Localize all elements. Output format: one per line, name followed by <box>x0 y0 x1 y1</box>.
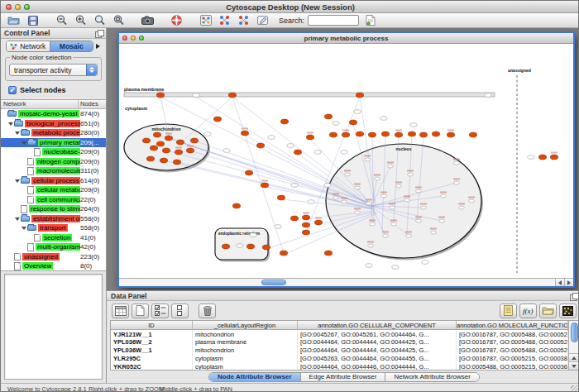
network-node[interactable] <box>333 196 339 199</box>
matrix-icon[interactable] <box>559 304 577 318</box>
table-row[interactable]: YJR121W__1mitochondrion[GO:0045267, GO:0… <box>111 330 568 338</box>
network-node-selected[interactable] <box>324 114 332 119</box>
horizontal-scrollbar[interactable] <box>119 278 573 286</box>
tree-row[interactable]: primary metabol209(... <box>1 138 106 148</box>
network-node[interactable] <box>391 222 397 226</box>
network-node[interactable] <box>454 161 460 165</box>
disclosure-triangle-icon[interactable] <box>8 121 14 127</box>
network-node-selected[interactable] <box>356 131 363 136</box>
network-node[interactable] <box>416 189 422 193</box>
table-row[interactable]: YPL036W__2plasma membrane[GO:0044464, GO… <box>111 338 568 347</box>
network-node[interactable] <box>204 132 211 136</box>
zoom-selected-icon[interactable] <box>92 14 108 26</box>
birdseye-view[interactable] <box>4 274 103 380</box>
open-icon[interactable] <box>6 14 22 26</box>
network-node[interactable] <box>308 200 314 204</box>
network-node-selected[interactable] <box>368 132 376 137</box>
network-node-selected[interactable] <box>395 132 402 137</box>
network-node-selected[interactable] <box>342 132 349 137</box>
network-node-selected[interactable] <box>222 244 229 249</box>
network-node-selected[interactable] <box>324 251 332 256</box>
table-row[interactable]: YKR052Ccytoplasm[GO:0044464, GO:0044446,… <box>111 362 568 370</box>
network-node[interactable] <box>381 194 387 198</box>
import-document-icon[interactable] <box>362 14 378 26</box>
network-node-selected[interactable] <box>447 132 454 137</box>
table-row[interactable]: YLR295Ccytoplasm[GO:0045263, GO:0044464,… <box>111 354 568 362</box>
select-attributes-icon[interactable] <box>151 304 169 318</box>
network-node[interactable] <box>439 219 445 222</box>
vscrollbar-thumb[interactable] <box>571 323 578 342</box>
network-modify-blue-icon[interactable] <box>217 14 232 26</box>
network-node[interactable] <box>268 136 275 140</box>
network-node-selected[interactable] <box>302 215 309 220</box>
network-node-selected[interactable] <box>160 158 167 163</box>
float-data-panel-icon[interactable] <box>570 293 577 299</box>
disclosure-triangle-icon[interactable] <box>15 178 21 184</box>
snapshot-icon[interactable] <box>140 14 156 26</box>
tree-row[interactable]: biological_process651(0) <box>1 119 106 129</box>
delete-attribute-icon[interactable] <box>199 304 216 318</box>
network-node[interactable] <box>392 265 399 270</box>
help-icon[interactable] <box>169 14 184 26</box>
resize-grip[interactable] <box>571 385 579 392</box>
network-node[interactable] <box>485 93 491 98</box>
network-node[interactable] <box>459 206 465 209</box>
tree-column-network[interactable]: Network <box>1 100 79 108</box>
tab-edge-attribute-browser[interactable]: Edge Attribute Browser <box>300 373 385 381</box>
network-node[interactable] <box>355 186 361 189</box>
network-node-selected[interactable] <box>173 160 180 165</box>
network-canvas[interactable]: plasma membranecytoplasmmitochondrionnuc… <box>119 44 573 278</box>
network-node[interactable] <box>408 173 414 176</box>
network-node[interactable] <box>287 144 294 148</box>
network-node-selected[interactable] <box>246 244 254 249</box>
zoom-in-icon[interactable] <box>73 14 89 26</box>
network-node-selected[interactable] <box>314 220 322 225</box>
network-node-selected[interactable] <box>280 251 287 256</box>
zoom-out-icon[interactable] <box>54 14 69 26</box>
network-node-selected[interactable] <box>176 140 184 145</box>
network-node[interactable] <box>441 194 447 198</box>
network-node-selected[interactable] <box>280 119 288 124</box>
tree-row[interactable]: transport558(0) <box>1 223 106 233</box>
network-node[interactable] <box>383 234 389 237</box>
tab-overflow-icon[interactable] <box>96 44 103 49</box>
network-node-selected[interactable] <box>175 150 182 155</box>
network-node-selected[interactable] <box>162 148 170 153</box>
zoom-fit-icon[interactable] <box>111 14 127 26</box>
network-node-selected[interactable] <box>408 131 415 136</box>
network-node[interactable] <box>404 198 410 202</box>
network-node[interactable] <box>469 199 475 203</box>
network-node-selected[interactable] <box>153 132 160 137</box>
network-node-selected[interactable] <box>262 245 270 250</box>
tab-network[interactable]: Network <box>7 41 50 51</box>
network-node-selected[interactable] <box>165 136 172 141</box>
tree-row[interactable]: Overview8(0) <box>1 261 106 270</box>
new-attribute-icon[interactable] <box>132 304 149 318</box>
float-panel-icon[interactable] <box>95 30 103 36</box>
tree-row[interactable]: response to stimulu264(0) <box>1 204 106 214</box>
disclosure-triangle-icon[interactable] <box>22 140 27 146</box>
network-node-selected[interactable] <box>156 141 164 146</box>
disclosure-triangle-icon[interactable] <box>22 225 27 231</box>
tree-row[interactable]: nucleobase-209(0) <box>1 147 106 157</box>
network-node-selected[interactable] <box>302 222 309 227</box>
network-node[interactable] <box>416 219 422 222</box>
disclosure-triangle-icon[interactable] <box>15 216 21 222</box>
network-node-selected[interactable] <box>550 155 557 160</box>
network-node-selected[interactable] <box>156 93 164 98</box>
network-node[interactable] <box>375 177 380 180</box>
tree-row[interactable]: metabolic process280(0) <box>1 128 106 138</box>
network-node[interactable] <box>368 244 374 247</box>
network-node[interactable] <box>333 122 339 126</box>
network-node[interactable] <box>275 225 281 229</box>
network-node-selected[interactable] <box>294 150 301 155</box>
network-node-selected[interactable] <box>232 203 240 208</box>
tree-row[interactable]: establishment of lo558(0) <box>1 214 106 224</box>
tree-row[interactable]: unassigned223(0) <box>1 252 106 262</box>
network-view-window[interactable]: primary metabolic process plasma membran… <box>117 31 575 288</box>
network-node-selected[interactable] <box>186 148 194 153</box>
network-node-selected[interactable] <box>356 93 363 98</box>
network-node[interactable] <box>341 151 347 155</box>
network-node-selected[interactable] <box>228 93 236 98</box>
network-node-selected[interactable] <box>432 131 439 136</box>
